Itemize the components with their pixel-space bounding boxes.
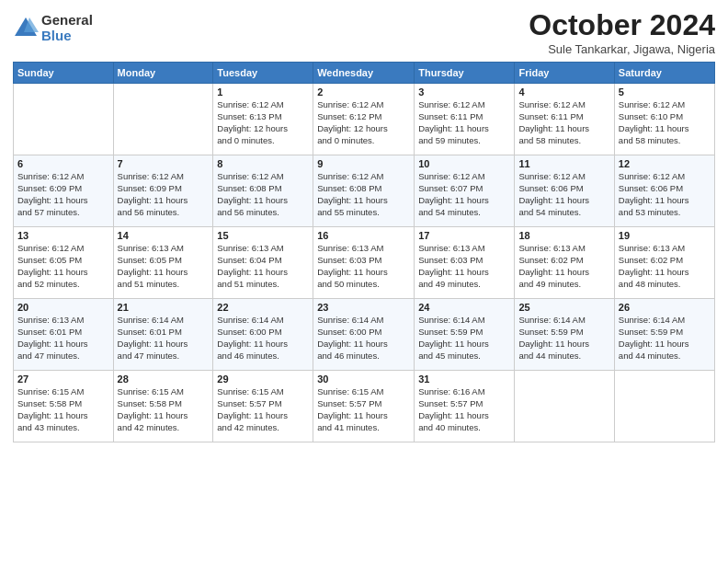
calendar-cell: 8Sunrise: 6:12 AM Sunset: 6:08 PM Daylig… (213, 155, 313, 227)
day-info: Sunrise: 6:13 AM Sunset: 6:02 PM Dayligh… (619, 243, 711, 290)
day-of-week-header: Friday (515, 63, 614, 84)
day-of-week-header: Thursday (415, 63, 515, 84)
calendar-cell: 19Sunrise: 6:13 AM Sunset: 6:02 PM Dayli… (614, 227, 714, 299)
day-of-week-header: Wednesday (313, 63, 415, 84)
day-info: Sunrise: 6:13 AM Sunset: 6:04 PM Dayligh… (217, 243, 309, 290)
day-info: Sunrise: 6:12 AM Sunset: 6:09 PM Dayligh… (118, 171, 210, 218)
day-info: Sunrise: 6:12 AM Sunset: 6:12 PM Dayligh… (317, 99, 410, 146)
day-number: 12 (619, 158, 711, 169)
calendar-cell: 18Sunrise: 6:13 AM Sunset: 6:02 PM Dayli… (515, 227, 614, 299)
calendar-table: SundayMondayTuesdayWednesdayThursdayFrid… (13, 62, 715, 442)
day-number: 18 (518, 230, 609, 241)
logo-icon (13, 16, 39, 41)
calendar-cell: 11Sunrise: 6:12 AM Sunset: 6:06 PM Dayli… (515, 155, 614, 227)
day-info: Sunrise: 6:14 AM Sunset: 5:59 PM Dayligh… (619, 315, 711, 362)
calendar-body: 1Sunrise: 6:12 AM Sunset: 6:13 PM Daylig… (14, 84, 715, 442)
day-info: Sunrise: 6:12 AM Sunset: 6:13 PM Dayligh… (217, 99, 309, 146)
day-number: 13 (17, 230, 109, 241)
subtitle: Sule Tankarkar, Jigawa, Nigeria (529, 42, 715, 56)
day-info: Sunrise: 6:15 AM Sunset: 5:58 PM Dayligh… (17, 386, 109, 433)
main-title: October 2024 (529, 9, 715, 41)
day-number: 24 (418, 302, 510, 313)
day-number: 21 (118, 302, 210, 313)
day-info: Sunrise: 6:13 AM Sunset: 6:05 PM Dayligh… (118, 243, 210, 290)
calendar-cell: 31Sunrise: 6:16 AM Sunset: 5:57 PM Dayli… (415, 371, 515, 442)
day-info: Sunrise: 6:14 AM Sunset: 6:00 PM Dayligh… (317, 315, 410, 362)
calendar-cell: 2Sunrise: 6:12 AM Sunset: 6:12 PM Daylig… (313, 84, 415, 155)
calendar-cell: 29Sunrise: 6:15 AM Sunset: 5:57 PM Dayli… (213, 371, 313, 442)
day-info: Sunrise: 6:15 AM Sunset: 5:58 PM Dayligh… (118, 386, 210, 433)
day-number: 28 (118, 373, 210, 385)
calendar-cell: 14Sunrise: 6:13 AM Sunset: 6:05 PM Dayli… (113, 227, 213, 299)
day-info: Sunrise: 6:16 AM Sunset: 5:57 PM Dayligh… (418, 386, 510, 433)
calendar-header: SundayMondayTuesdayWednesdayThursdayFrid… (14, 63, 715, 84)
calendar-cell: 13Sunrise: 6:12 AM Sunset: 6:05 PM Dayli… (14, 227, 114, 299)
day-number: 22 (217, 302, 309, 313)
day-info: Sunrise: 6:15 AM Sunset: 5:57 PM Dayligh… (317, 386, 410, 433)
day-info: Sunrise: 6:12 AM Sunset: 6:06 PM Dayligh… (619, 171, 711, 218)
header: General Blue October 2024 Sule Tankarkar… (13, 9, 715, 56)
day-info: Sunrise: 6:14 AM Sunset: 6:01 PM Dayligh… (118, 315, 210, 362)
day-info: Sunrise: 6:13 AM Sunset: 6:03 PM Dayligh… (317, 243, 410, 290)
day-info: Sunrise: 6:12 AM Sunset: 6:10 PM Dayligh… (619, 99, 711, 146)
calendar-cell (515, 371, 614, 442)
calendar-week-row: 1Sunrise: 6:12 AM Sunset: 6:13 PM Daylig… (14, 84, 715, 155)
day-number: 2 (317, 86, 410, 98)
day-info: Sunrise: 6:12 AM Sunset: 6:11 PM Dayligh… (418, 99, 510, 146)
calendar-cell: 22Sunrise: 6:14 AM Sunset: 6:00 PM Dayli… (213, 299, 313, 371)
logo-blue-text: Blue (41, 29, 93, 44)
calendar-cell: 17Sunrise: 6:13 AM Sunset: 6:03 PM Dayli… (415, 227, 515, 299)
day-info: Sunrise: 6:14 AM Sunset: 5:59 PM Dayligh… (518, 315, 609, 362)
day-number: 31 (418, 373, 510, 385)
day-number: 7 (118, 158, 210, 169)
day-number: 30 (317, 373, 410, 385)
calendar-cell: 25Sunrise: 6:14 AM Sunset: 5:59 PM Dayli… (515, 299, 614, 371)
day-of-week-header: Monday (113, 63, 213, 84)
calendar-cell: 27Sunrise: 6:15 AM Sunset: 5:58 PM Dayli… (14, 371, 114, 442)
calendar-cell: 3Sunrise: 6:12 AM Sunset: 6:11 PM Daylig… (415, 84, 515, 155)
day-of-week-header: Tuesday (213, 63, 313, 84)
calendar-cell: 30Sunrise: 6:15 AM Sunset: 5:57 PM Dayli… (313, 371, 415, 442)
calendar-cell (113, 84, 213, 155)
calendar-week-row: 20Sunrise: 6:13 AM Sunset: 6:01 PM Dayli… (14, 299, 715, 371)
calendar-cell: 4Sunrise: 6:12 AM Sunset: 6:11 PM Daylig… (515, 84, 614, 155)
day-number: 17 (418, 230, 510, 241)
calendar-cell: 15Sunrise: 6:13 AM Sunset: 6:04 PM Dayli… (213, 227, 313, 299)
title-block: October 2024 Sule Tankarkar, Jigawa, Nig… (529, 9, 715, 56)
day-number: 9 (317, 158, 410, 169)
calendar-week-row: 6Sunrise: 6:12 AM Sunset: 6:09 PM Daylig… (14, 155, 715, 227)
day-number: 10 (418, 158, 510, 169)
calendar-cell: 9Sunrise: 6:12 AM Sunset: 6:08 PM Daylig… (313, 155, 415, 227)
day-number: 27 (17, 373, 109, 385)
calendar-cell: 28Sunrise: 6:15 AM Sunset: 5:58 PM Dayli… (113, 371, 213, 442)
day-info: Sunrise: 6:12 AM Sunset: 6:05 PM Dayligh… (17, 243, 109, 290)
day-number: 8 (217, 158, 309, 169)
calendar-cell (14, 84, 114, 155)
calendar-cell: 20Sunrise: 6:13 AM Sunset: 6:01 PM Dayli… (14, 299, 114, 371)
logo-general-text: General (41, 13, 93, 29)
day-info: Sunrise: 6:15 AM Sunset: 5:57 PM Dayligh… (217, 386, 309, 433)
day-info: Sunrise: 6:12 AM Sunset: 6:11 PM Dayligh… (518, 99, 609, 146)
calendar-cell: 23Sunrise: 6:14 AM Sunset: 6:00 PM Dayli… (313, 299, 415, 371)
day-number: 3 (418, 86, 510, 98)
day-number: 23 (317, 302, 410, 313)
day-info: Sunrise: 6:13 AM Sunset: 6:03 PM Dayligh… (418, 243, 510, 290)
day-number: 11 (518, 158, 609, 169)
day-number: 16 (317, 230, 410, 241)
calendar-cell: 24Sunrise: 6:14 AM Sunset: 5:59 PM Dayli… (415, 299, 515, 371)
days-of-week-row: SundayMondayTuesdayWednesdayThursdayFrid… (14, 63, 715, 84)
calendar-cell: 21Sunrise: 6:14 AM Sunset: 6:01 PM Dayli… (113, 299, 213, 371)
calendar-cell: 1Sunrise: 6:12 AM Sunset: 6:13 PM Daylig… (213, 84, 313, 155)
calendar-week-row: 27Sunrise: 6:15 AM Sunset: 5:58 PM Dayli… (14, 371, 715, 442)
calendar-cell: 5Sunrise: 6:12 AM Sunset: 6:10 PM Daylig… (614, 84, 714, 155)
day-of-week-header: Sunday (14, 63, 114, 84)
day-of-week-header: Saturday (614, 63, 714, 84)
day-info: Sunrise: 6:12 AM Sunset: 6:09 PM Dayligh… (17, 171, 109, 218)
day-number: 5 (619, 86, 711, 98)
calendar-week-row: 13Sunrise: 6:12 AM Sunset: 6:05 PM Dayli… (14, 227, 715, 299)
day-number: 1 (217, 86, 309, 98)
day-number: 4 (518, 86, 609, 98)
calendar-cell: 26Sunrise: 6:14 AM Sunset: 5:59 PM Dayli… (614, 299, 714, 371)
day-info: Sunrise: 6:13 AM Sunset: 6:02 PM Dayligh… (518, 243, 609, 290)
logo: General Blue (13, 13, 93, 43)
